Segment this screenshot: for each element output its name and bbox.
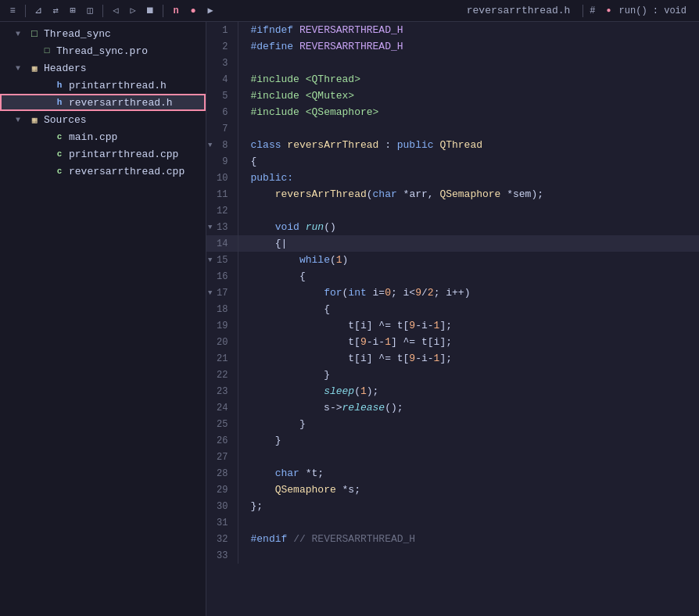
table-row: 12 bbox=[206, 202, 699, 219]
table-row: 16 { bbox=[206, 268, 699, 285]
code-line-14: {| bbox=[238, 235, 699, 252]
code-line-25: } bbox=[238, 416, 699, 432]
table-row: 4 #include <QThread> bbox=[206, 71, 699, 88]
table-row: 10 public: bbox=[206, 170, 699, 186]
line-num-12: 12 bbox=[206, 202, 238, 219]
tree-item-main-cpp[interactable]: c main.cpp bbox=[0, 128, 206, 145]
tree-item-sources[interactable]: ▼ ▦ Sources bbox=[0, 111, 206, 128]
table-row: 1 #ifndef REVERSARRTHREAD_H bbox=[206, 22, 699, 38]
tree-item-reversarrthread-h[interactable]: h reversarrthread.h bbox=[0, 94, 206, 111]
code-line-33 bbox=[238, 547, 699, 564]
line-num-18: 18 bbox=[206, 301, 238, 317]
tree-item-printarrthread-cpp[interactable]: c printarrthread.cpp bbox=[0, 145, 206, 163]
line-num-32: 32 bbox=[206, 531, 238, 547]
run-icon[interactable]: ▶ bbox=[204, 5, 217, 17]
separator-2 bbox=[102, 5, 103, 17]
header-icon-1: h bbox=[53, 81, 66, 90]
line-num-9: 9 bbox=[206, 153, 238, 170]
table-row: 31 bbox=[206, 514, 699, 531]
table-row: 14 {| bbox=[206, 235, 699, 252]
stop-icon[interactable]: ⏹ bbox=[144, 5, 156, 17]
table-row: 30 }; bbox=[206, 498, 699, 514]
code-line-7 bbox=[238, 120, 699, 137]
line-num-27: 27 bbox=[206, 449, 238, 465]
tree-item-reversarrthread-cpp[interactable]: c reversarrthread.cpp bbox=[0, 163, 206, 180]
window-icon[interactable]: ◫ bbox=[84, 5, 96, 17]
table-row: 26 } bbox=[206, 432, 699, 449]
code-editor[interactable]: 1 #ifndef REVERSARRTHREAD_H 2 #define RE… bbox=[206, 22, 699, 616]
header-icon-2: h bbox=[53, 98, 66, 107]
separator-1 bbox=[25, 5, 26, 17]
line-num-23: 23 bbox=[206, 383, 238, 399]
line-num-25: 25 bbox=[206, 416, 238, 432]
code-line-4: #include <QThread> bbox=[238, 71, 699, 88]
line-num-21: 21 bbox=[206, 350, 238, 367]
tree-item-pro[interactable]: □ Thread_sync.pro bbox=[0, 42, 206, 59]
table-row: 27 bbox=[206, 449, 699, 465]
table-row: 32 #endif // REVERSARRTHREAD_H bbox=[206, 531, 699, 547]
code-line-3 bbox=[238, 55, 699, 71]
table-row: 24 s->release(); bbox=[206, 399, 699, 416]
code-line-23: sleep(1); bbox=[238, 383, 699, 399]
table-row: 21 t[i] ^= t[9-i-1]; bbox=[206, 350, 699, 367]
table-row: 33 bbox=[206, 547, 699, 564]
back-icon[interactable]: ◁ bbox=[109, 5, 122, 17]
table-row: 11 reversArrThread(char *arr, QSemaphore… bbox=[206, 186, 699, 202]
forward-icon[interactable]: ▷ bbox=[127, 5, 139, 17]
tree-item-printarrthread-h[interactable]: h printarrthread.h bbox=[0, 77, 206, 94]
run-dot-icon: ● bbox=[187, 5, 199, 17]
code-line-29: QSemaphore *s; bbox=[238, 482, 699, 498]
line-num-20: 20 bbox=[206, 334, 238, 350]
link-icon[interactable]: ⇄ bbox=[49, 5, 62, 17]
pro-icon: □ bbox=[41, 46, 53, 56]
tree-label-reversarrthread-cpp: reversarrthread.cpp bbox=[69, 166, 185, 177]
code-line-2: #define REVERSARRTHREAD_H bbox=[238, 38, 699, 55]
line-num-31: 31 bbox=[206, 514, 238, 531]
breadcrumb-hash: # bbox=[590, 5, 601, 16]
code-line-13: void run() bbox=[238, 219, 699, 235]
line-num-13: ▼13 bbox=[206, 219, 238, 235]
filename-header: reversarrthread.h bbox=[467, 5, 577, 16]
line-num-10: 10 bbox=[206, 170, 238, 186]
line-num-3: 3 bbox=[206, 55, 238, 71]
table-row: ▼17 for(int i=0; i<9/2; i++) bbox=[206, 285, 699, 301]
tree-label-root: Thread_sync bbox=[44, 28, 111, 40]
line-num-29: 29 bbox=[206, 482, 238, 498]
menu-icon[interactable]: ≡ bbox=[6, 5, 19, 17]
code-line-22: } bbox=[238, 367, 699, 383]
line-num-8: ▼8 bbox=[206, 137, 238, 153]
code-line-1: #ifndef REVERSARRTHREAD_H bbox=[238, 22, 699, 38]
filter-icon[interactable]: ⊿ bbox=[32, 5, 45, 17]
code-line-16: { bbox=[238, 268, 699, 285]
code-line-30: }; bbox=[238, 498, 699, 514]
grid-icon[interactable]: ⊞ bbox=[66, 5, 79, 17]
main-area: ▼ □ Thread_sync □ Thread_sync.pro ▼ ▦ He… bbox=[0, 22, 699, 616]
line-num-16: 16 bbox=[206, 268, 238, 285]
cpp-icon-3: c bbox=[53, 167, 66, 176]
code-line-31 bbox=[238, 514, 699, 531]
table-row: 20 t[9-i-1] ^= t[i]; bbox=[206, 334, 699, 350]
code-line-5: #include <QMutex> bbox=[238, 88, 699, 104]
line-num-1: 1 bbox=[206, 22, 238, 38]
table-row: 23 sleep(1); bbox=[206, 383, 699, 399]
tree-item-root[interactable]: ▼ □ Thread_sync bbox=[0, 25, 206, 42]
line-num-17: ▼17 bbox=[206, 285, 238, 301]
tree-label-main-cpp: main.cpp bbox=[69, 131, 117, 143]
table-row: 3 bbox=[206, 55, 699, 71]
code-line-20: t[9-i-1] ^= t[i]; bbox=[238, 334, 699, 350]
table-row: ▼15 while(1) bbox=[206, 252, 699, 268]
table-row: 22 } bbox=[206, 367, 699, 383]
line-num-6: 6 bbox=[206, 104, 238, 120]
table-row: 9 { bbox=[206, 153, 699, 170]
tree-item-headers[interactable]: ▼ ▦ Headers bbox=[0, 59, 206, 77]
table-row: 29 QSemaphore *s; bbox=[206, 482, 699, 498]
code-line-10: public: bbox=[238, 170, 699, 186]
table-row: 6 #include <QSemaphore> bbox=[206, 104, 699, 120]
arrow-sources: ▼ bbox=[16, 116, 25, 124]
file-n-icon: n bbox=[170, 5, 182, 17]
line-num-30: 30 bbox=[206, 498, 238, 514]
tree-label-pro: Thread_sync.pro bbox=[56, 45, 148, 57]
cpp-icon-2: c bbox=[53, 149, 66, 159]
folder-icon: ▦ bbox=[28, 63, 41, 73]
line-num-14: 14 bbox=[206, 235, 238, 252]
